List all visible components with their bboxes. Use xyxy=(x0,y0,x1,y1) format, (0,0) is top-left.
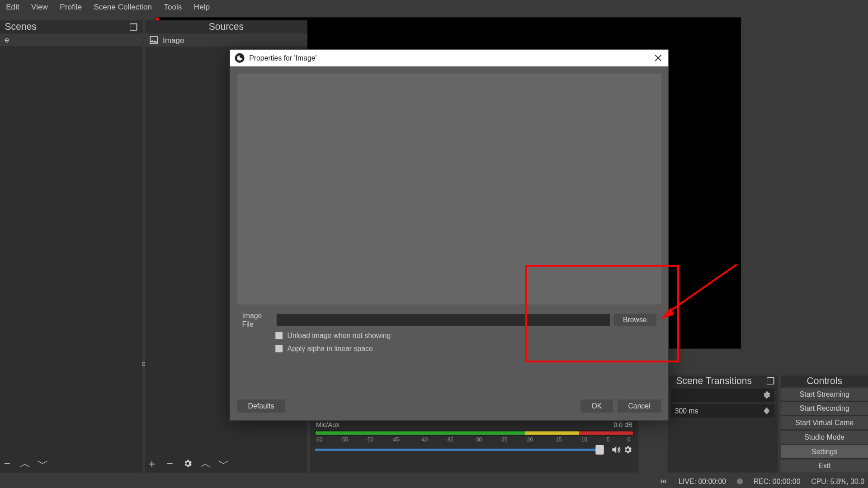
mixer-level-readout: 0.0 dB xyxy=(613,421,632,428)
mixer-channel-name: Mic/Aux xyxy=(316,421,340,428)
controls-dock: Controls Start Streaming Start Recording… xyxy=(781,375,868,472)
image-file-input[interactable] xyxy=(277,314,610,326)
scene-transitions-dock: Scene Transitions ❐ 300 ms xyxy=(668,375,778,472)
browse-button[interactable]: Browse xyxy=(613,314,656,326)
menu-tools[interactable]: Tools xyxy=(164,2,182,11)
scenes-header: Scenes ❐ xyxy=(0,20,142,33)
chevron-updown-icon[interactable] xyxy=(764,389,773,402)
chevron-up-icon[interactable]: ︿ xyxy=(200,458,211,469)
minus-icon[interactable]: − xyxy=(165,458,175,469)
status-cpu: CPU: 5.8%, 30.0 xyxy=(811,477,864,486)
status-bar: LIVE: 00:00:00 REC: 00:00:00 CPU: 5.8%, … xyxy=(0,475,868,488)
plus-icon[interactable]: ＋ xyxy=(146,458,157,469)
menu-help[interactable]: Help xyxy=(194,2,210,11)
studio-mode-button[interactable]: Studio Mode xyxy=(781,431,868,444)
svg-point-4 xyxy=(663,481,665,482)
alpha-linear-checkbox[interactable]: Apply alpha in linear space xyxy=(275,342,656,355)
menu-edit[interactable]: Edit xyxy=(6,2,19,11)
menu-bar: Edit View Profile Scene Collection Tools… xyxy=(0,0,868,13)
menu-profile[interactable]: Profile xyxy=(60,2,82,11)
image-source-icon xyxy=(148,35,159,46)
exit-button[interactable]: Exit xyxy=(781,459,868,472)
close-icon xyxy=(655,54,662,61)
sources-toolbar: ＋ − ︿ ﹀ xyxy=(145,455,307,473)
obs-logo-icon xyxy=(235,53,245,63)
menu-view[interactable]: View xyxy=(31,2,48,11)
transition-duration-field[interactable]: 300 ms xyxy=(671,404,774,418)
close-button[interactable] xyxy=(651,52,665,65)
gear-icon[interactable] xyxy=(183,458,193,469)
dialog-title: Properties for 'Image' xyxy=(249,54,651,62)
broadcast-icon xyxy=(660,477,668,486)
dialog-titlebar[interactable]: Properties for 'Image' xyxy=(230,50,668,66)
start-virtual-camera-button[interactable]: Start Virtual Came xyxy=(781,416,868,429)
menu-scene-collection[interactable]: Scene Collection xyxy=(94,2,152,11)
dialog-preview-area xyxy=(237,74,661,305)
transition-type-combo[interactable] xyxy=(671,389,774,402)
image-file-label: Image File xyxy=(242,312,274,328)
cancel-button[interactable]: Cancel xyxy=(618,399,661,413)
source-item[interactable]: Image xyxy=(145,33,307,47)
start-streaming-button[interactable]: Start Streaming xyxy=(781,388,868,401)
scenes-toolbar: − ︿ ﹀ xyxy=(0,455,142,473)
start-recording-button[interactable]: Start Recording xyxy=(781,402,868,415)
scenes-dock: Scenes ❐ e − ︿ ﹀ xyxy=(0,20,142,473)
unload-checkbox[interactable]: Unload image when not showing xyxy=(275,329,656,342)
chevron-updown-icon[interactable] xyxy=(764,404,773,418)
slider-thumb-icon[interactable] xyxy=(595,445,604,455)
minus-icon[interactable]: − xyxy=(2,458,13,469)
speaker-icon[interactable] xyxy=(610,444,622,455)
record-dot-icon xyxy=(737,479,743,484)
settings-button[interactable]: Settings xyxy=(781,445,868,458)
chevron-down-icon[interactable]: ﹀ xyxy=(218,458,229,469)
detach-icon[interactable]: ❐ xyxy=(129,21,137,33)
checkbox-icon xyxy=(275,332,283,339)
ok-button[interactable]: OK xyxy=(581,399,613,413)
volume-slider[interactable] xyxy=(315,449,604,451)
status-rec: REC: 00:00:00 xyxy=(754,477,801,486)
defaults-button[interactable]: Defaults xyxy=(237,399,285,413)
transitions-header: Scene Transitions ❐ xyxy=(668,375,778,386)
detach-icon[interactable]: ❐ xyxy=(766,375,774,387)
status-live: LIVE: 00:00:00 xyxy=(679,477,726,486)
sources-header: Sources xyxy=(145,20,307,33)
chevron-down-icon[interactable]: ﹀ xyxy=(38,458,48,469)
scene-item[interactable]: e xyxy=(0,33,142,46)
audio-meter: -60 -55 -50 -45 -40 -35 -30 -25 -20 -15 … xyxy=(315,428,633,444)
controls-header: Controls xyxy=(781,375,868,386)
chevron-up-icon[interactable]: ︿ xyxy=(20,458,31,469)
gear-icon[interactable] xyxy=(622,444,633,455)
checkbox-icon xyxy=(275,345,283,352)
properties-dialog: Properties for 'Image' Image File Browse… xyxy=(230,49,669,421)
